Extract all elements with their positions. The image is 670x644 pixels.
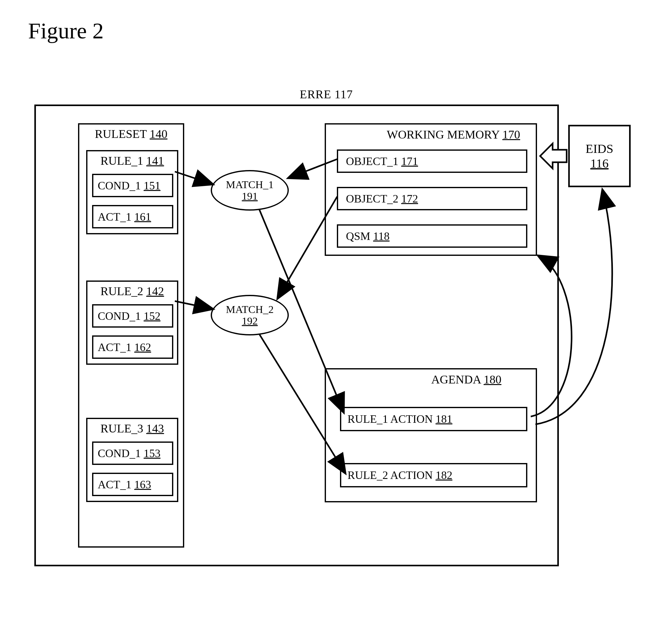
rule-1-box: RULE_1 141 COND_1 151 ACT_1 161 <box>86 150 178 234</box>
rule-1-act-text: ACT_1 <box>98 210 132 223</box>
rule-2-cond-text: COND_1 <box>98 310 141 323</box>
rule-3-act-text: ACT_1 <box>98 478 132 491</box>
match-2-text: MATCH_2 <box>226 304 273 315</box>
ruleset-title: RULESET 140 <box>79 127 183 141</box>
eids-ref: 116 <box>590 156 609 171</box>
figure-title: Figure 2 <box>28 18 104 44</box>
rule-3-act-ref: 163 <box>134 478 151 491</box>
rule-3-cond-ref: 153 <box>144 447 160 460</box>
wm-obj1-ref: 171 <box>401 155 418 168</box>
rule-3-box: RULE_3 143 COND_1 153 ACT_1 163 <box>86 418 178 502</box>
ruleset-title-ref: 140 <box>149 127 168 140</box>
rule-3-cond: COND_1 153 <box>92 441 173 465</box>
rule-3-title-text: RULE_3 <box>100 422 143 435</box>
rule-3-act: ACT_1 163 <box>92 473 173 496</box>
agenda-item1-ref: 181 <box>436 412 452 426</box>
match-1-ref: 191 <box>242 190 258 202</box>
wm-obj1-text: OBJECT_1 <box>346 155 398 168</box>
rule-2-cond-ref: 152 <box>144 310 160 323</box>
rule-2-act-ref: 162 <box>134 341 151 354</box>
agenda-title-ref: 180 <box>484 373 501 386</box>
wm-object-2: OBJECT_2 172 <box>337 187 527 210</box>
rule-2-cond: COND_1 152 <box>92 304 173 328</box>
agenda-title-text: AGENDA <box>431 373 481 386</box>
working-memory-title: WORKING MEMORY 170 <box>326 128 520 141</box>
agenda-box: AGENDA 180 RULE_1 ACTION 181 RULE_2 ACTI… <box>325 368 537 502</box>
rule-1-act: ACT_1 161 <box>92 205 173 229</box>
match-1-ellipse: MATCH_1 191 <box>211 170 289 210</box>
rule-1-title: RULE_1 141 <box>88 154 177 167</box>
agenda-item1-text: RULE_1 ACTION <box>348 412 433 426</box>
rule-2-box: RULE_2 142 COND_1 152 ACT_1 162 <box>86 280 178 365</box>
agenda-item2-ref: 182 <box>436 469 452 482</box>
ruleset-title-text: RULESET <box>95 127 147 140</box>
rule-3-cond-text: COND_1 <box>98 447 141 460</box>
agenda-title: AGENDA 180 <box>326 372 501 386</box>
wm-obj2-ref: 172 <box>401 192 418 205</box>
wm-qsm: QSM 118 <box>337 224 527 248</box>
wm-title-text: WORKING MEMORY <box>387 128 499 141</box>
rule-2-act-text: ACT_1 <box>98 341 132 354</box>
rule-1-title-text: RULE_1 <box>100 154 143 167</box>
wm-obj2-text: OBJECT_2 <box>346 192 398 205</box>
agenda-rule2-action: RULE_2 ACTION 182 <box>340 463 527 488</box>
agenda-rule1-action: RULE_1 ACTION 181 <box>340 407 527 431</box>
rule-2-act: ACT_1 162 <box>92 335 173 359</box>
wm-qsm-ref: 118 <box>373 230 390 243</box>
rule-2-title-text: RULE_2 <box>100 285 143 298</box>
wm-title-ref: 170 <box>502 128 520 141</box>
rule-3-title-ref: 143 <box>146 422 164 435</box>
agenda-item2-text: RULE_2 ACTION <box>348 469 433 482</box>
working-memory-box: WORKING MEMORY 170 OBJECT_1 171 OBJECT_2… <box>325 123 537 256</box>
eids-box: EIDS 116 <box>568 125 631 187</box>
wm-object-1: OBJECT_1 171 <box>337 149 527 173</box>
match-2-ellipse: MATCH_2 192 <box>211 295 289 335</box>
ruleset-box: RULESET 140 RULE_1 141 COND_1 151 ACT_1 … <box>78 123 184 548</box>
erre-container: RULESET 140 RULE_1 141 COND_1 151 ACT_1 … <box>34 105 559 566</box>
match-1-text: MATCH_1 <box>226 179 273 190</box>
match-2-ref: 192 <box>242 315 258 327</box>
rule-2-title-ref: 142 <box>146 285 164 298</box>
wm-qsm-text: QSM <box>346 230 370 243</box>
rule-1-act-ref: 161 <box>134 210 151 223</box>
rule-1-cond-text: COND_1 <box>98 179 141 192</box>
rule-1-cond: COND_1 151 <box>92 174 173 197</box>
rule-1-cond-ref: 151 <box>144 179 160 192</box>
rule-3-title: RULE_3 143 <box>88 422 177 435</box>
rule-1-title-ref: 141 <box>146 154 164 167</box>
erre-label: ERRE 117 <box>300 87 353 101</box>
rule-2-title: RULE_2 142 <box>88 284 177 298</box>
eids-text: EIDS <box>586 141 614 156</box>
